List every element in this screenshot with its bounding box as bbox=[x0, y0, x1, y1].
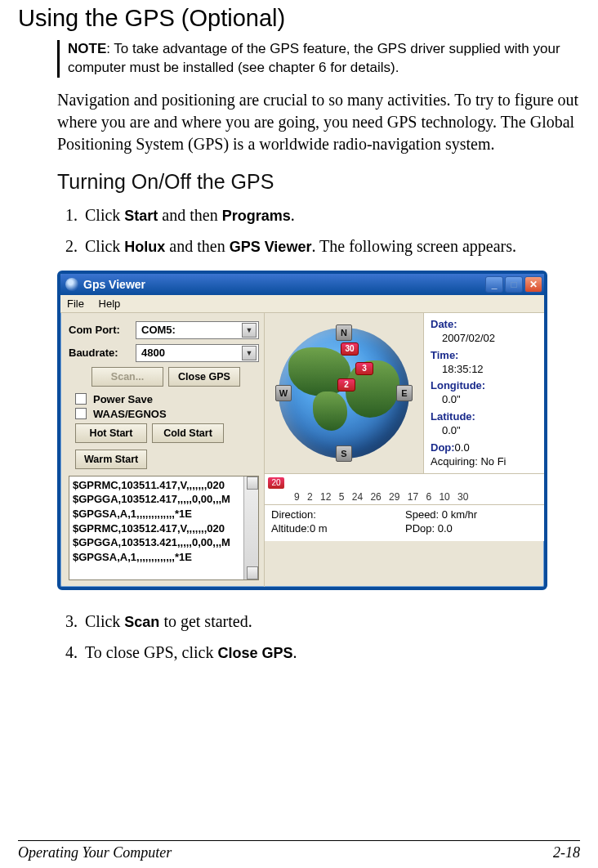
nmea-output[interactable]: $GPRMC,103511.417,V,,,,,,,020 $GPGGA,103… bbox=[69, 476, 259, 580]
step-text: and then bbox=[165, 237, 229, 255]
sat-badge: 20 bbox=[268, 477, 284, 489]
steps-list-bottom: Click Scan to get started. To close GPS,… bbox=[57, 608, 580, 665]
step-text: . bbox=[293, 643, 297, 661]
direction-label: Direction: bbox=[271, 508, 316, 521]
step-4: To close GPS, click Close GPS. bbox=[82, 639, 580, 665]
minimize-button[interactable]: _ bbox=[485, 276, 503, 293]
baudrate-select[interactable]: 4800 ▼ bbox=[136, 344, 259, 362]
note-block: NOTE: To take advantage of the GPS featu… bbox=[57, 40, 580, 78]
date-value: 2007/02/02 bbox=[442, 332, 541, 346]
nmea-line: $GPGGA,103513.421,,,,,0,00,,,M bbox=[73, 535, 255, 550]
globe-icon: N S E W 30 3 2 bbox=[279, 328, 409, 459]
step-1: Click Start and then Programs. bbox=[82, 202, 580, 228]
baudrate-value: 4800 bbox=[141, 347, 165, 359]
step-text: to get started. bbox=[159, 612, 252, 630]
window-title: Gps Viewer bbox=[83, 278, 145, 291]
compass-s: S bbox=[336, 445, 352, 462]
sat-signal-strip: 20 9 2 12 5 24 26 29 17 6 10 30 bbox=[265, 473, 544, 504]
step-bold: Close GPS bbox=[217, 645, 292, 661]
step-text: and then bbox=[158, 206, 221, 224]
checkbox-icon[interactable] bbox=[75, 393, 87, 405]
altitude-label: Altitude: bbox=[271, 522, 310, 535]
pdop-label: PDop: bbox=[405, 522, 435, 535]
sat-badge: 3 bbox=[355, 362, 373, 375]
lon-label: Longitude: bbox=[431, 379, 541, 393]
dop-value: 0.0 bbox=[455, 441, 470, 454]
warm-start-button[interactable]: Warm Start bbox=[75, 450, 147, 469]
step-bold: Start bbox=[124, 208, 158, 224]
nmea-line: $GPGSA,A,1,,,,,,,,,,,,,*1E bbox=[73, 550, 255, 565]
step-text: . bbox=[291, 206, 295, 224]
nmea-line: $GPRMC,103512.417,V,,,,,,,020 bbox=[73, 521, 255, 536]
sky-view: N S E W 30 3 2 bbox=[265, 313, 423, 473]
chevron-down-icon[interactable]: ▼ bbox=[242, 323, 257, 338]
baudrate-label: Baudrate: bbox=[69, 347, 136, 359]
step-text: Click bbox=[85, 206, 124, 224]
note-text: : To take advantage of the GPS feature, … bbox=[68, 41, 560, 75]
step-bold: Programs bbox=[222, 208, 291, 224]
time-label: Time: bbox=[431, 349, 541, 363]
right-panel: N S E W 30 3 2 Date: 2007/02/02 Time: bbox=[265, 313, 544, 587]
menu-help[interactable]: Help bbox=[99, 298, 121, 310]
close-gps-button[interactable]: Close GPS bbox=[168, 367, 240, 387]
page-footer: Operating Your Computer 2-18 bbox=[18, 840, 580, 861]
lat-value: 0.0" bbox=[442, 424, 541, 438]
step-2: Click Holux and then GPS Viewer. The fol… bbox=[82, 233, 580, 259]
maximize-button[interactable]: □ bbox=[505, 276, 523, 293]
compass-e: E bbox=[396, 385, 413, 401]
speed-label: Speed: bbox=[405, 508, 439, 521]
comport-value: COM5: bbox=[141, 324, 176, 336]
gps-viewer-window: Gps Viewer _ □ ✕ File Help Com Port: COM… bbox=[57, 271, 547, 590]
comport-select[interactable]: COM5: ▼ bbox=[136, 321, 259, 339]
lon-value: 0.0" bbox=[442, 393, 541, 407]
footer-left: Operating Your Computer bbox=[18, 844, 172, 861]
scan-button[interactable]: Scan... bbox=[91, 367, 163, 387]
chevron-down-icon[interactable]: ▼ bbox=[242, 346, 257, 360]
step-bold: GPS Viewer bbox=[230, 239, 312, 255]
sat-numbers: 9 2 12 5 24 26 29 17 6 10 30 bbox=[294, 491, 468, 503]
pdop-value: 0.0 bbox=[438, 522, 453, 535]
info-panel: Date: 2007/02/02 Time: 18:35:12 Longitud… bbox=[423, 313, 544, 473]
compass-n: N bbox=[336, 324, 352, 341]
step-bold: Scan bbox=[124, 614, 159, 630]
lat-label: Latitude: bbox=[431, 410, 541, 424]
waas-label: WAAS/EGNOS bbox=[93, 408, 167, 420]
titlebar[interactable]: Gps Viewer _ □ ✕ bbox=[60, 274, 544, 295]
nmea-line: $GPGGA,103512.417,,,,,0,00,,,M bbox=[73, 492, 255, 507]
menu-file[interactable]: File bbox=[67, 298, 84, 310]
acquiring-status: Acquiring: No Fi bbox=[431, 455, 541, 469]
nmea-line: $GPGSA,A,1,,,,,,,,,,,,,*1E bbox=[73, 507, 255, 521]
hot-start-button[interactable]: Hot Start bbox=[75, 423, 147, 443]
cold-start-button[interactable]: Cold Start bbox=[152, 423, 224, 443]
page-title: Using the GPS (Optional) bbox=[18, 5, 580, 32]
menubar: File Help bbox=[60, 295, 544, 313]
speed-value: 0 km/hr bbox=[442, 508, 477, 521]
step-text: Click bbox=[85, 612, 124, 630]
step-bold: Holux bbox=[124, 239, 165, 255]
close-button[interactable]: ✕ bbox=[524, 276, 542, 293]
footer-right: 2-18 bbox=[553, 844, 580, 861]
status-row: Direction: Speed: 0 km/hr Altitude:0 m P… bbox=[265, 504, 544, 541]
scrollbar[interactable] bbox=[243, 477, 258, 579]
section-heading: Turning On/Off the GPS bbox=[57, 170, 580, 194]
body-paragraph: Navigation and positioning are crucial t… bbox=[57, 89, 580, 155]
dop-label: Dop: bbox=[431, 441, 455, 454]
app-icon bbox=[65, 278, 78, 291]
waas-checkbox[interactable]: WAAS/EGNOS bbox=[75, 408, 259, 420]
step-3: Click Scan to get started. bbox=[82, 608, 580, 634]
date-label: Date: bbox=[431, 318, 541, 332]
power-save-label: Power Save bbox=[93, 393, 153, 405]
power-save-checkbox[interactable]: Power Save bbox=[75, 393, 259, 405]
comport-label: Com Port: bbox=[69, 324, 136, 336]
step-text: . The following screen appears. bbox=[311, 237, 516, 255]
checkbox-icon[interactable] bbox=[75, 408, 87, 419]
note-label: NOTE bbox=[68, 41, 106, 56]
landmass-icon bbox=[313, 391, 347, 431]
left-panel: Com Port: COM5: ▼ Baudrate: 4800 ▼ Scan.… bbox=[60, 313, 265, 587]
compass-w: W bbox=[275, 385, 292, 401]
nmea-line: $GPRMC,103511.417,V,,,,,,,020 bbox=[73, 478, 255, 493]
step-text: To close GPS, click bbox=[85, 643, 217, 661]
time-value: 18:35:12 bbox=[442, 363, 541, 377]
sat-badge: 2 bbox=[337, 378, 355, 391]
altitude-value: 0 m bbox=[310, 522, 328, 535]
